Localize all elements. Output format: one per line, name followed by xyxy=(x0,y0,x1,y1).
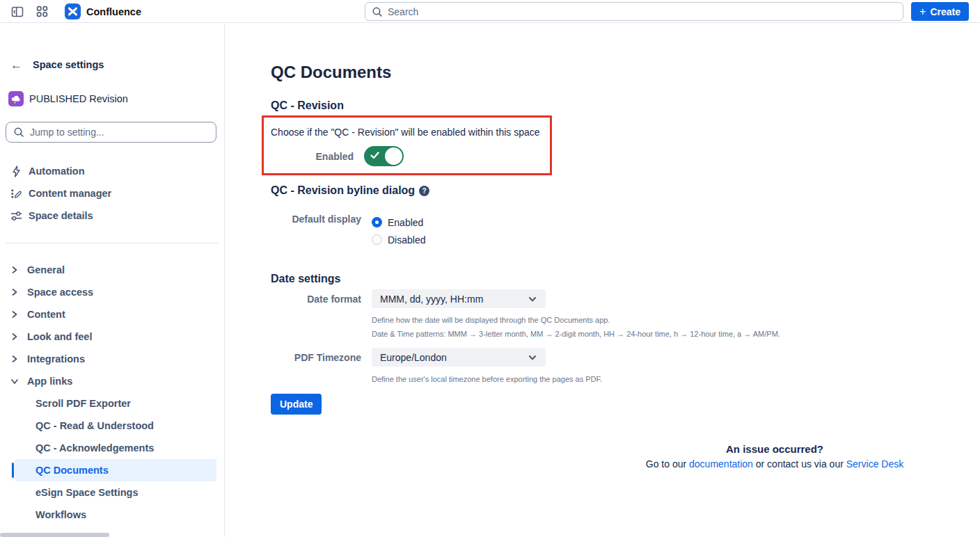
sidebar-section-space-access[interactable]: Space access xyxy=(10,281,224,303)
content-manager-icon xyxy=(10,188,22,200)
confluence-logo-icon xyxy=(65,3,81,19)
qc-revision-heading: QC - Revision xyxy=(271,99,980,113)
toggle-check-icon xyxy=(370,150,380,161)
byline-dialog-heading: QC - Revision byline dialog xyxy=(271,184,415,198)
annotation-red-box: Choose if the "QC - Revision" will be en… xyxy=(262,115,552,175)
sidebar-section-look-and-feel[interactable]: Look and feel xyxy=(10,326,224,348)
radio-unchecked-icon[interactable] xyxy=(372,234,382,245)
selected-indicator xyxy=(12,463,14,478)
pdf-timezone-select[interactable]: Europe/London xyxy=(372,348,546,367)
pdf-timezone-help: Define the user's local timezone before … xyxy=(372,375,980,384)
pdf-timezone-label: PDF Timezone xyxy=(271,352,361,363)
help-footer: An issue occurred? Go to our documentati… xyxy=(639,443,910,470)
sidebar-item-qc-acknowledgements[interactable]: QC - Acknowledgements xyxy=(15,437,216,459)
confluence-logo[interactable]: Confluence xyxy=(65,3,141,19)
jump-to-setting-search[interactable] xyxy=(6,122,216,143)
sidebar-item-workflows[interactable]: Workflows xyxy=(15,504,216,526)
toggle-knob xyxy=(385,147,402,165)
space-avatar-icon xyxy=(8,91,24,106)
back-arrow-icon[interactable]: ← xyxy=(10,59,22,71)
sidebar-item-content-manager[interactable]: Content manager xyxy=(10,182,224,205)
radio-option-disabled[interactable]: Disabled xyxy=(372,231,425,248)
search-icon xyxy=(13,127,24,138)
chevron-right-icon xyxy=(10,287,19,297)
enabled-label: Enabled xyxy=(271,151,354,162)
date-format-select[interactable]: MMM, dd, yyyy, HH:mm xyxy=(372,289,546,308)
sidebar-item-esign-space-settings[interactable]: eSign Space Settings xyxy=(15,481,216,504)
page-title: QC Documents xyxy=(271,63,980,82)
date-format-help-2: Date & Time patterns: MMM → 3-letter mon… xyxy=(372,330,980,339)
create-button[interactable]: + Create xyxy=(911,2,969,21)
plus-icon: + xyxy=(919,6,926,17)
sidebar-item-space-details[interactable]: Space details xyxy=(10,205,224,227)
sidebar-section-app-links[interactable]: App links xyxy=(10,370,224,392)
documentation-link[interactable]: documentation xyxy=(689,458,753,470)
footer-heading: An issue occurred? xyxy=(639,443,910,455)
sidebar-section-general[interactable]: General xyxy=(10,259,224,281)
top-bar: Confluence + Create xyxy=(0,0,980,23)
qc-revision-toggle[interactable] xyxy=(364,146,404,166)
sidebar-item-scroll-pdf-exporter[interactable]: Scroll PDF Exporter xyxy=(15,392,216,415)
date-format-help-1: Define how the date will be displayed th… xyxy=(372,316,980,325)
footer-text: Go to our xyxy=(646,458,689,470)
dropdown-chevron-icon xyxy=(528,294,537,304)
sidebar-section-integrations[interactable]: Integrations xyxy=(10,348,224,370)
app-grid-icon[interactable] xyxy=(34,4,49,19)
sidebar-item-automation[interactable]: Automation xyxy=(10,160,224,182)
sidebar-divider xyxy=(6,243,219,243)
sidebar-title: Space settings xyxy=(33,59,104,70)
chevron-down-icon xyxy=(10,376,19,386)
radio-checked-icon[interactable] xyxy=(372,217,382,227)
qc-revision-description: Choose if the "QC - Revision" will be en… xyxy=(271,125,543,139)
space-header[interactable]: PUBLISHED Revision xyxy=(8,90,224,107)
radio-option-enabled[interactable]: Enabled xyxy=(372,214,425,231)
search-icon xyxy=(372,6,383,17)
chevron-right-icon xyxy=(10,265,19,275)
dropdown-chevron-icon xyxy=(528,353,537,362)
sidebar-item-label: Automation xyxy=(29,166,85,177)
date-settings-heading: Date settings xyxy=(271,272,980,286)
help-icon[interactable]: ? xyxy=(419,186,429,196)
chevron-right-icon xyxy=(10,332,19,342)
footer-text: or contact us via our xyxy=(753,458,846,470)
search-input[interactable] xyxy=(388,6,896,17)
global-search[interactable] xyxy=(365,2,903,21)
default-display-label: Default display xyxy=(271,214,361,225)
chevron-right-icon xyxy=(10,354,19,364)
sidebar-item-qc-documents[interactable]: QC Documents xyxy=(15,459,216,481)
sidebar-item-label: Content manager xyxy=(29,188,111,199)
space-name: PUBLISHED Revision xyxy=(29,93,128,104)
lightning-icon xyxy=(10,166,22,177)
update-button[interactable]: Update xyxy=(271,394,322,415)
sidebar-item-qc-read-understood[interactable]: QC - Read & Understood xyxy=(15,415,216,437)
sliders-icon xyxy=(10,210,22,222)
chevron-right-icon xyxy=(10,310,19,319)
horizontal-scrollbar[interactable] xyxy=(0,533,109,537)
jump-to-setting-input[interactable] xyxy=(30,127,209,138)
date-format-label: Date format xyxy=(271,294,361,305)
service-desk-link[interactable]: Service Desk xyxy=(846,458,903,470)
sidebar-item-label: Space details xyxy=(29,210,93,221)
sidebar-section-content[interactable]: Content xyxy=(10,303,224,326)
space-settings-sidebar: ← Space settings PUBLISHED Revision xyxy=(0,24,225,537)
collapse-sidebar-icon[interactable] xyxy=(10,4,25,19)
app-name: Confluence xyxy=(86,6,141,17)
